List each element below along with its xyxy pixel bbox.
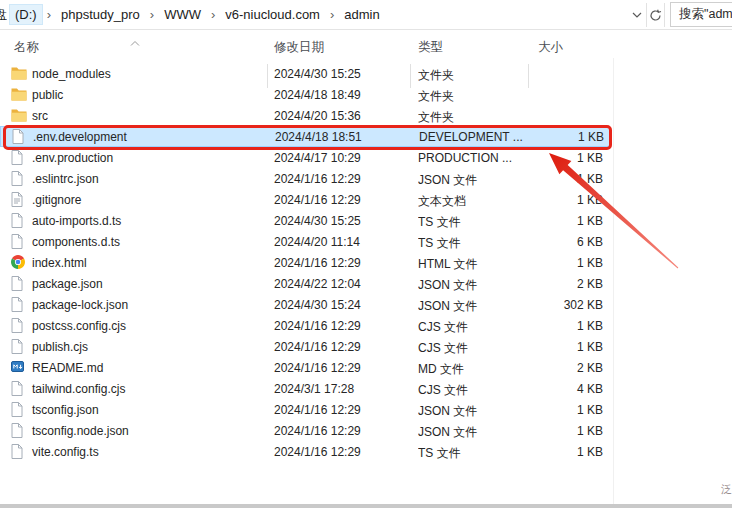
- file-size: 1 KB: [470, 319, 603, 333]
- file-date-modified: 2024/3/1 17:28: [274, 382, 354, 396]
- file-row[interactable]: public2024/4/18 18:49文件夹: [0, 84, 610, 105]
- sort-ascending-icon: [130, 32, 140, 50]
- file-icon: [11, 381, 27, 396]
- file-icon: [11, 276, 27, 291]
- file-name: index.html: [32, 256, 87, 270]
- watermark-fragment: 泛: [721, 482, 732, 497]
- file-date-modified: 2024/1/16 12:29: [274, 193, 361, 207]
- markdown-icon: [11, 360, 27, 375]
- size-column-edge-line: [613, 58, 614, 506]
- file-name: publish.cjs: [32, 340, 88, 354]
- file-icon: [11, 339, 27, 354]
- file-row[interactable]: tsconfig.json2024/1/16 12:29JSON 文件1 KB: [0, 399, 610, 420]
- file-date-modified: 2024/1/16 12:29: [274, 403, 361, 417]
- file-name: .gitignore: [32, 193, 81, 207]
- file-name: README.md: [32, 361, 103, 375]
- file-size: 2 KB: [470, 361, 603, 375]
- file-icon: [11, 423, 27, 438]
- file-size: 1 KB: [470, 424, 603, 438]
- file-date-modified: 2024/4/18 18:49: [274, 88, 361, 102]
- file-icon: [11, 171, 27, 186]
- file-row[interactable]: tsconfig.node.json2024/1/16 12:29JSON 文件…: [0, 420, 610, 441]
- file-size: 2 KB: [470, 277, 603, 291]
- file-row[interactable]: package-lock.json2024/4/30 15:24JSON 文件3…: [0, 294, 610, 315]
- file-size: 1 KB: [470, 172, 603, 186]
- window-bottom-edge: [0, 504, 732, 508]
- file-date-modified: 2024/1/16 12:29: [274, 445, 361, 459]
- refresh-button[interactable]: [647, 3, 664, 27]
- column-header-type[interactable]: 类型: [418, 39, 443, 56]
- file-row[interactable]: node_modules2024/4/30 15:25文件夹: [0, 63, 610, 84]
- file-name: src: [32, 109, 48, 123]
- file-icon: [11, 234, 27, 249]
- file-size: 6 KB: [470, 235, 603, 249]
- file-row[interactable]: .env.production2024/4/17 10:29PRODUCTION…: [0, 147, 610, 168]
- file-size: 1 KB: [471, 130, 604, 144]
- file-date-modified: 2024/4/17 10:29: [274, 151, 361, 165]
- file-name: tsconfig.json: [32, 403, 99, 417]
- file-size: 1 KB: [470, 403, 603, 417]
- column-header-name[interactable]: 名称: [14, 39, 39, 56]
- file-row[interactable]: index.html2024/1/16 12:29HTML 文件1 KB: [0, 252, 610, 273]
- file-row[interactable]: auto-imports.d.ts2024/4/30 15:25TS 文件1 K…: [0, 210, 610, 231]
- file-date-modified: 2024/1/16 12:29: [274, 319, 361, 333]
- file-date-modified: 2024/1/16 12:29: [274, 256, 361, 270]
- file-row[interactable]: components.d.ts2024/4/20 11:14TS 文件6 KB: [0, 231, 610, 252]
- file-size: 4 KB: [470, 382, 603, 396]
- file-name: vite.config.ts: [32, 445, 99, 459]
- file-name: postcss.config.cjs: [32, 319, 126, 333]
- file-row[interactable]: package.json2024/4/22 12:04JSON 文件2 KB: [0, 273, 610, 294]
- drive-label-clipped: 盘: [0, 6, 7, 24]
- file-name: public: [32, 88, 63, 102]
- breadcrumb-item-admin[interactable]: admin: [338, 4, 385, 25]
- file-date-modified: 2024/4/20 15:36: [274, 109, 361, 123]
- column-header-date[interactable]: 修改日期: [274, 39, 324, 56]
- file-icon: [11, 444, 27, 459]
- address-bar: 盘 (D:)›phpstudy_pro›WWW›v6-niucloud.com›…: [0, 0, 732, 30]
- file-row[interactable]: .eslintrc.json2024/1/16 12:29JSON 文件1 KB: [0, 168, 610, 189]
- file-size: 302 KB: [470, 298, 603, 312]
- folder-icon: [11, 108, 27, 123]
- file-name: tsconfig.node.json: [32, 424, 129, 438]
- file-size: 1 KB: [470, 151, 603, 165]
- file-row[interactable]: .env.development2024/4/18 18:51DEVELOPME…: [0, 126, 610, 147]
- file-date-modified: 2024/4/30 15:24: [274, 298, 361, 312]
- file-row[interactable]: tailwind.config.cjs2024/3/1 17:28CJS 文件4…: [0, 378, 610, 399]
- file-size: 1 KB: [470, 214, 603, 228]
- file-row[interactable]: publish.cjs2024/1/16 12:29CJS 文件1 KB: [0, 336, 610, 357]
- file-size: 1 KB: [470, 193, 603, 207]
- address-dropdown-button[interactable]: [628, 3, 645, 27]
- file-icon: [11, 402, 27, 417]
- file-size: 1 KB: [470, 340, 603, 354]
- file-date-modified: 2024/4/20 11:14: [274, 235, 360, 249]
- breadcrumb-item-phpstudy-pro[interactable]: phpstudy_pro: [55, 4, 146, 25]
- file-size: 1 KB: [470, 445, 603, 459]
- file-date-modified: 2024/4/22 12:04: [274, 277, 361, 291]
- file-type: 文件夹: [418, 67, 526, 84]
- file-explorer-window: 盘 (D:)›phpstudy_pro›WWW›v6-niucloud.com›…: [0, 0, 732, 510]
- file-icon: [12, 129, 28, 144]
- file-date-modified: 2024/4/30 15:25: [274, 67, 361, 81]
- breadcrumb-item-v6-niucloud-com[interactable]: v6-niucloud.com: [219, 4, 326, 25]
- file-name: .env.development: [33, 130, 127, 144]
- file-date-modified: 2024/4/30 15:25: [274, 214, 361, 228]
- breadcrumb-item-www[interactable]: WWW: [158, 4, 207, 25]
- breadcrumb-item--d-[interactable]: (D:): [9, 4, 43, 25]
- address-bar-right-edge: [664, 3, 665, 27]
- search-input[interactable]: 搜索"adm: [670, 2, 732, 27]
- file-icon: [11, 213, 27, 228]
- file-row[interactable]: .gitignore2024/1/16 12:29文本文档1 KB: [0, 189, 610, 210]
- file-name: package.json: [32, 277, 103, 291]
- file-row[interactable]: README.md2024/1/16 12:29MD 文件2 KB: [0, 357, 610, 378]
- file-name: node_modules: [32, 67, 111, 81]
- column-header-row: 名称 修改日期 类型 大小: [0, 30, 732, 62]
- file-row[interactable]: src2024/4/20 15:36文件夹: [0, 105, 610, 126]
- folder-icon: [11, 87, 27, 102]
- file-name: package-lock.json: [32, 298, 128, 312]
- file-row[interactable]: postcss.config.cjs2024/1/16 12:29CJS 文件1…: [0, 315, 610, 336]
- file-row[interactable]: vite.config.ts2024/1/16 12:29TS 文件1 KB: [0, 441, 610, 462]
- folder-icon: [11, 66, 27, 81]
- file-icon: [11, 150, 27, 165]
- file-date-modified: 2024/1/16 12:29: [274, 361, 361, 375]
- column-header-size[interactable]: 大小: [538, 39, 563, 56]
